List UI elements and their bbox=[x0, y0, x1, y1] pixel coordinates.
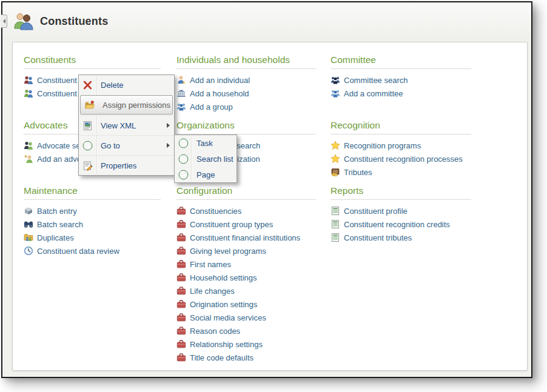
menu-item-properties[interactable]: Properties bbox=[79, 155, 174, 175]
link-label: Add a group bbox=[190, 102, 233, 111]
page-title: Constituents bbox=[40, 15, 108, 28]
section-title: Individuals and households bbox=[176, 55, 316, 69]
link-recognition-programs[interactable]: Recognition programs bbox=[331, 139, 471, 152]
link-label: Add a committee bbox=[344, 89, 403, 98]
menu-item-assign-permissions[interactable]: Assign permissions bbox=[80, 95, 173, 115]
duplicates-folder-icon bbox=[24, 233, 33, 242]
link-label: Add an individual bbox=[190, 76, 250, 85]
link-label: Recognition programs bbox=[344, 141, 421, 150]
toolbox-icon bbox=[176, 339, 186, 349]
app-window: Constituents ConstituentsConstituent sea… bbox=[1, 1, 532, 378]
link-label: Duplicates bbox=[37, 233, 74, 242]
section-maintenance: MaintenanceBatch entryBatch searchDuplic… bbox=[24, 185, 161, 257]
section-title: Reports bbox=[331, 185, 471, 200]
link-life-changes[interactable]: Life changes bbox=[176, 284, 316, 297]
collapse-panel-tab[interactable] bbox=[1, 15, 7, 28]
menu-item-icon-cell bbox=[79, 141, 96, 151]
link-add-a-group[interactable]: Add a group bbox=[176, 100, 316, 113]
go-to-icon bbox=[178, 154, 189, 164]
link-label: Batch entry bbox=[37, 207, 77, 216]
submenu-item-icon-cell bbox=[175, 170, 192, 180]
view-xml-document-icon bbox=[82, 121, 93, 131]
link-batch-search[interactable]: Batch search bbox=[24, 218, 161, 231]
link-constituent-financial-institutions[interactable]: Constituent financial institutions bbox=[176, 231, 316, 244]
link-label: Constituent recognition processes bbox=[344, 154, 463, 164]
link-label: Constituent data review bbox=[37, 247, 119, 256]
add-advocate-icon bbox=[24, 154, 33, 164]
link-constituent-data-review[interactable]: Constituent data review bbox=[24, 244, 161, 257]
section-reports: ReportsConstituent profileConstituent re… bbox=[331, 185, 471, 244]
menu-item-go-to[interactable]: Go to bbox=[79, 135, 174, 155]
section-title: Maintenance bbox=[24, 185, 161, 200]
link-constituent-recognition-credits[interactable]: Constituent recognition credits bbox=[331, 218, 471, 231]
report-icon bbox=[331, 233, 340, 242]
link-giving-level-programs[interactable]: Giving level programs bbox=[176, 244, 316, 257]
toolbox-icon bbox=[176, 246, 186, 256]
toolbox-icon bbox=[176, 219, 186, 229]
link-add-an-individual[interactable]: Add an individual bbox=[176, 73, 316, 87]
committee-search-icon bbox=[331, 75, 340, 85]
page-header: Constituents bbox=[2, 2, 531, 40]
link-label: Giving level programs bbox=[190, 247, 266, 256]
submenu-arrow-icon bbox=[167, 123, 170, 128]
link-label: Committee search bbox=[344, 76, 408, 85]
submenu-item-page[interactable]: Page bbox=[175, 167, 237, 182]
toolbox-icon bbox=[176, 206, 186, 216]
link-label: Life changes bbox=[190, 287, 235, 296]
household-bank-icon bbox=[176, 88, 186, 98]
link-social-media-services[interactable]: Social media services bbox=[176, 311, 316, 324]
star-icon bbox=[331, 154, 340, 164]
link-constituent-recognition-processes[interactable]: Constituent recognition processes bbox=[331, 152, 471, 165]
link-label: Relationship settings bbox=[190, 340, 263, 349]
submenu-item-icon-cell bbox=[175, 154, 192, 164]
go-to-icon bbox=[178, 138, 189, 148]
toolbox-icon bbox=[176, 233, 186, 242]
section-title: Organizations bbox=[176, 120, 316, 135]
link-label: Household settings bbox=[190, 273, 257, 282]
link-add-a-committee[interactable]: Add a committee bbox=[331, 87, 471, 100]
link-label: Constituent tributes bbox=[344, 233, 412, 242]
menu-item-delete[interactable]: Delete bbox=[79, 75, 174, 95]
section-configuration: ConfigurationConstituenciesConstituent g… bbox=[176, 185, 316, 364]
link-tributes[interactable]: Tributes bbox=[331, 165, 471, 179]
toolbox-icon bbox=[176, 326, 186, 336]
column-right: CommitteeCommittee searchAdd a committee… bbox=[331, 42, 471, 370]
link-constituencies[interactable]: Constituencies bbox=[176, 204, 316, 218]
toolbox-icon bbox=[176, 299, 186, 309]
link-duplicates[interactable]: Duplicates bbox=[24, 231, 161, 244]
assign-permissions-folder-icon bbox=[84, 100, 95, 110]
link-constituent-group-types[interactable]: Constituent group types bbox=[176, 218, 316, 231]
link-reason-codes[interactable]: Reason codes bbox=[176, 324, 316, 337]
link-constituent-profile[interactable]: Constituent profile bbox=[331, 204, 471, 218]
star-icon bbox=[331, 141, 340, 150]
submenu-item-label: Page bbox=[196, 170, 215, 179]
link-label: Constituencies bbox=[190, 207, 241, 216]
link-household-settings[interactable]: Household settings bbox=[176, 271, 316, 284]
link-label: Origination settings bbox=[190, 300, 257, 309]
section-individuals-and-households: Individuals and householdsAdd an individ… bbox=[176, 55, 316, 113]
menu-item-icon-cell bbox=[81, 100, 98, 110]
link-origination-settings[interactable]: Origination settings bbox=[176, 297, 316, 311]
constituent-merge-icon bbox=[24, 88, 33, 98]
link-relationship-settings[interactable]: Relationship settings bbox=[176, 337, 316, 351]
link-label: Constituent profile bbox=[344, 207, 408, 216]
submenu-item-task[interactable]: Task bbox=[175, 135, 237, 151]
link-label: Social media services bbox=[190, 313, 266, 322]
link-add-a-household[interactable]: Add a household bbox=[176, 87, 316, 100]
menu-item-view-xml[interactable]: View XML bbox=[79, 115, 174, 135]
submenu-item-label: Search list bbox=[196, 154, 233, 164]
link-title-code-defaults[interactable]: Title code defaults bbox=[176, 351, 316, 364]
context-menu: DeleteAssign permissionsView XMLGo toPro… bbox=[78, 75, 175, 176]
menu-item-icon-cell bbox=[79, 80, 96, 90]
submenu-item-search-list[interactable]: Search list bbox=[175, 151, 237, 167]
submenu-item-icon-cell bbox=[175, 138, 192, 148]
link-committee-search[interactable]: Committee search bbox=[331, 73, 471, 87]
link-first-names[interactable]: First names bbox=[176, 257, 316, 271]
toolbox-icon bbox=[176, 273, 186, 282]
submenu-item-label: Task bbox=[196, 139, 213, 148]
toolbox-icon bbox=[176, 286, 186, 296]
menu-item-label: Properties bbox=[101, 161, 136, 170]
group-people-icon bbox=[176, 102, 186, 111]
link-batch-entry[interactable]: Batch entry bbox=[24, 204, 161, 218]
link-constituent-tributes[interactable]: Constituent tributes bbox=[331, 231, 471, 244]
